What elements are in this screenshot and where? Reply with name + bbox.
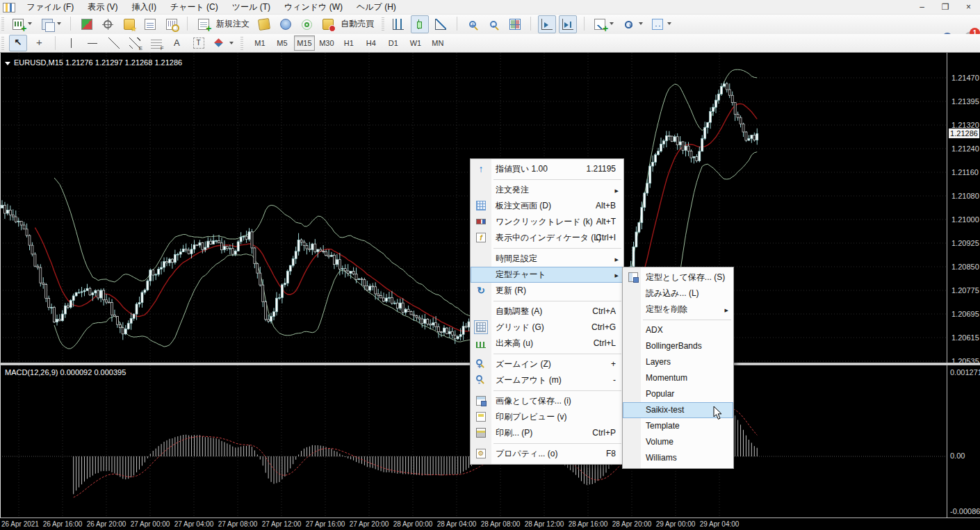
timeframe-label: M5 <box>277 39 287 47</box>
context-menu-item[interactable]: グリッド (G)Ctrl+G <box>471 320 623 336</box>
timeframe-button[interactable]: M30 <box>316 35 337 51</box>
restore-button[interactable]: ❐ <box>936 1 956 15</box>
submenu-item[interactable]: Williams <box>623 450 733 466</box>
submenu-item[interactable]: 定型を削除 <box>623 301 733 317</box>
context-menu-item[interactable]: 更新 (R) <box>471 283 623 299</box>
menubar-item[interactable]: チャート (C) <box>163 0 225 14</box>
crosshair-tool-button[interactable] <box>31 35 49 51</box>
periods-dropdown-caret[interactable] <box>639 22 643 25</box>
timeframe-button[interactable]: MN <box>427 35 448 51</box>
context-menu-item[interactable]: 画像として保存... (i) <box>471 393 623 409</box>
market-watch-button[interactable] <box>78 15 96 33</box>
context-menu-item[interactable]: 注文発注 <box>471 182 623 198</box>
context-menu-item[interactable]: 時間足設定 <box>471 251 623 267</box>
trendline-tool-button[interactable] <box>105 35 123 51</box>
bar-chart-button[interactable] <box>389 15 407 33</box>
data-window-button[interactable] <box>99 15 117 33</box>
submenu-item[interactable]: 読み込み... (L) <box>623 285 733 301</box>
auto-trading-button[interactable] <box>319 15 337 33</box>
timeframe-button[interactable]: M5 <box>272 35 293 51</box>
submenu-item[interactable]: Momentum <box>623 370 733 386</box>
horizontal-line-tool-button[interactable] <box>83 35 101 51</box>
submenu-item[interactable]: ADX <box>623 322 733 338</box>
cursor-tool-button[interactable] <box>9 35 27 51</box>
new-chart-button[interactable] <box>9 15 27 33</box>
community-button[interactable] <box>277 15 295 33</box>
menu-item-label: 読み込み... (L) <box>646 288 699 298</box>
timeframe-button[interactable]: H1 <box>338 35 359 51</box>
context-menu-item[interactable]: プロパティ... (o)F8 <box>471 446 623 462</box>
context-menu-item[interactable]: ワンクリックトレード (k)Alt+T <box>471 214 623 230</box>
toolbar-grip[interactable] <box>1 17 4 31</box>
profiles-dropdown-caret[interactable] <box>57 22 61 25</box>
auto-trading-label[interactable]: 自動売買 <box>341 15 374 32</box>
toolbar-grip[interactable] <box>1 36 4 50</box>
price-axis[interactable]: 1.214701.213951.213201.212401.211601.210… <box>947 53 980 363</box>
submenu-item[interactable]: Layers <box>623 354 733 370</box>
timeframe-button[interactable]: M1 <box>250 35 270 51</box>
terminal-button[interactable] <box>141 15 159 33</box>
profiles-button[interactable] <box>38 15 56 33</box>
minimize-button[interactable]: – <box>912 1 932 15</box>
price-axis-label: 1.20775 <box>952 286 979 295</box>
submenu-item[interactable]: Template <box>623 418 733 434</box>
periods-button[interactable] <box>620 15 638 33</box>
context-menu-item[interactable]: 印刷... (P)Ctrl+P <box>471 425 623 441</box>
timeframe-button[interactable]: H4 <box>361 35 382 51</box>
text-label-tool-button[interactable] <box>190 35 208 51</box>
candlestick-chart-button[interactable] <box>411 15 429 33</box>
chart-shift-button[interactable] <box>559 15 577 33</box>
timeframe-button[interactable]: M15 <box>294 35 315 51</box>
context-menu-item[interactable]: 表示中のインディケータ (L)Ctrl+I <box>471 230 623 246</box>
menubar-item[interactable]: ウィンドウ (W) <box>277 0 350 14</box>
metaeditor-button[interactable] <box>255 15 273 33</box>
auto-scroll-button[interactable] <box>538 15 556 33</box>
context-menu-item[interactable]: 自動調整 (A)Ctrl+A <box>471 304 623 320</box>
indicators-button[interactable] <box>591 15 609 33</box>
timeframe-button[interactable]: W1 <box>405 35 426 51</box>
context-menu-item[interactable]: ズームアウト (m)- <box>471 372 623 388</box>
submenu-item[interactable]: Volume <box>623 434 733 450</box>
shapes-tool-button[interactable] <box>211 35 229 51</box>
zoom-out-button[interactable] <box>484 15 503 33</box>
toolbar-grip[interactable] <box>382 17 384 31</box>
shapes-dropdown-caret[interactable] <box>229 42 234 44</box>
menubar-item[interactable]: ファイル (F) <box>19 0 81 14</box>
new-order-label[interactable]: 新規注文 <box>216 15 250 32</box>
zoom-in-button[interactable] <box>464 15 482 33</box>
menubar-item[interactable]: 表示 (V) <box>81 0 124 14</box>
line-chart-button[interactable] <box>432 15 450 33</box>
navigator-button[interactable] <box>120 15 138 33</box>
strategy-tester-button[interactable] <box>163 15 181 33</box>
context-menu-item[interactable]: ズームイン (Z)+ <box>471 356 623 372</box>
new-order-button[interactable] <box>195 15 213 33</box>
macd-axis[interactable]: 0.001271 0.00 -0.000869 <box>947 365 980 517</box>
price-axis-label: 1.21080 <box>952 192 979 200</box>
context-menu-item[interactable]: 印刷プレビュー (v) <box>471 409 623 425</box>
fibonacci-tool-button[interactable] <box>147 35 165 51</box>
toolbar-grip[interactable] <box>240 36 243 50</box>
channel-tool-button[interactable] <box>126 35 144 51</box>
close-button[interactable]: × <box>958 1 979 15</box>
chevron-down-icon[interactable] <box>5 62 10 65</box>
templates-button[interactable] <box>648 15 667 33</box>
context-menu-item[interactable]: 定型チャート <box>471 267 623 283</box>
templates-dropdown-caret[interactable] <box>667 22 671 25</box>
menubar-item[interactable]: ヘルプ (H) <box>350 0 403 14</box>
new-chart-dropdown-caret[interactable] <box>28 22 32 25</box>
context-menu-item[interactable]: 板注文画面 (D)Alt+B <box>471 198 623 214</box>
timeframe-button[interactable]: D1 <box>383 35 404 51</box>
submenu-item[interactable]: BollingerBands <box>623 338 733 354</box>
submenu-item[interactable]: Popular <box>623 386 733 402</box>
menubar-item[interactable]: 挿入(I) <box>125 0 163 14</box>
signals-button[interactable] <box>297 15 316 33</box>
context-menu-item[interactable]: 指値買い 1.001.21195 <box>471 161 623 177</box>
tile-windows-button[interactable] <box>506 15 524 33</box>
text-tool-button[interactable] <box>168 35 186 51</box>
submenu-item[interactable]: 定型として保存... (S) <box>623 270 733 285</box>
time-axis[interactable]: 26 Apr 202126 Apr 16:0026 Apr 20:0027 Ap… <box>0 517 980 530</box>
context-menu-item[interactable]: 出来高 (u)Ctrl+L <box>471 336 623 351</box>
menubar-item[interactable]: ツール (T) <box>225 0 277 14</box>
indicators-dropdown-caret[interactable] <box>610 22 614 25</box>
vertical-line-tool-button[interactable] <box>63 35 81 51</box>
